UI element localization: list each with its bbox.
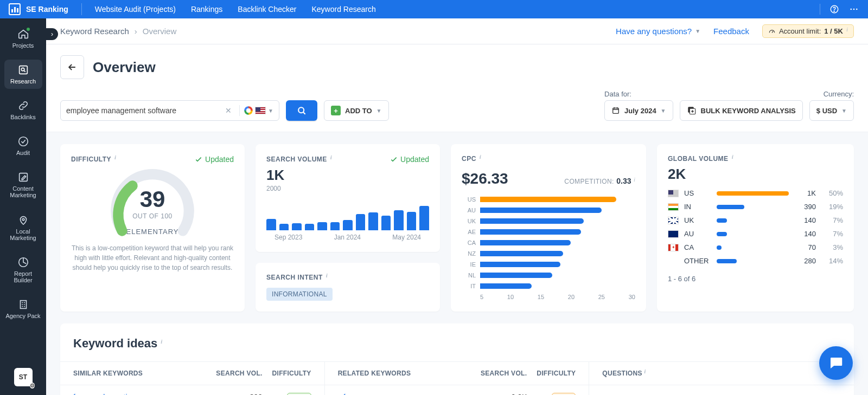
chat-icon: [828, 355, 844, 371]
global-volume-row: AU1407%: [668, 230, 843, 238]
page-title: Overview: [93, 59, 156, 76]
cpc-value: $26.33: [462, 170, 508, 187]
difficulty-score: 39: [109, 186, 196, 212]
sidebar-item-agency[interactable]: Agency Pack: [4, 294, 42, 323]
chevron-down-icon: ▼: [376, 108, 382, 114]
global-volume-row: UK1407%: [668, 216, 843, 224]
add-to-button[interactable]: + ADD TO ▼: [324, 100, 389, 121]
sidebar-item-projects[interactable]: Projects: [4, 24, 42, 53]
help-icon[interactable]: [829, 4, 840, 15]
sidebar-item-report[interactable]: Report Builder: [4, 252, 42, 288]
pin-icon: [17, 214, 29, 226]
sidebar-item-content[interactable]: Content Marketing: [4, 167, 42, 203]
currency-label: Currency:: [809, 90, 854, 98]
similar-keyword-row: free employee time managem... 390 26: [60, 385, 324, 395]
info-icon[interactable]: i: [330, 154, 333, 160]
calendar-icon: [611, 106, 620, 115]
research-icon: [17, 64, 29, 76]
keyword-link[interactable]: free employee time managem...: [73, 393, 203, 395]
building-icon: [17, 299, 29, 310]
nav-backlink-checker[interactable]: Backlink Checker: [238, 5, 296, 14]
info-icon[interactable]: i: [326, 272, 328, 279]
chat-button[interactable]: [819, 346, 853, 380]
keyword-input[interactable]: [66, 106, 222, 115]
sidebar-item-backlinks[interactable]: Backlinks: [4, 95, 42, 125]
updated-badge: Updated: [194, 155, 234, 164]
check-icon: [194, 155, 203, 164]
nav-keyword-research[interactable]: Keyword Research: [311, 5, 375, 14]
keyword-search[interactable]: ✕ ▼: [60, 100, 279, 121]
svg-point-12: [298, 107, 304, 113]
flag-in-icon: [668, 203, 679, 211]
info-icon[interactable]: i: [161, 338, 162, 345]
sidebar-item-local[interactable]: Local Marketing: [4, 210, 42, 245]
flag-us-icon: [668, 190, 679, 197]
svg-rect-11: [20, 301, 26, 309]
link-icon: [17, 100, 29, 112]
difficulty-pill: 26: [287, 393, 311, 395]
info-icon[interactable]: i: [114, 154, 117, 160]
more-icon[interactable]: [848, 4, 859, 15]
info-icon[interactable]: i: [644, 368, 646, 374]
currency-select[interactable]: $ USD ▼: [809, 100, 854, 121]
flag-ca-icon: [668, 244, 679, 251]
keyword-ideas-card: Keyword ideasi SIMILAR KEYWORDS SEARCH V…: [60, 323, 854, 395]
chevron-down-icon: ▼: [268, 108, 273, 114]
chevron-right-icon: ›: [135, 27, 137, 36]
svg-rect-13: [613, 108, 619, 113]
brand[interactable]: SE Ranking: [9, 3, 82, 15]
info-icon[interactable]: i: [480, 153, 482, 160]
account-limit-badge[interactable]: Account limit: 1 / 5K i: [762, 24, 854, 38]
chevron-down-icon: ▼: [661, 108, 666, 114]
have-questions-link[interactable]: Have any questions? ▼: [616, 27, 700, 36]
feedback-link[interactable]: Feedback: [713, 27, 749, 36]
search-icon: [296, 105, 307, 116]
flag-us-icon: [255, 107, 266, 114]
difficulty-gauge: 39 OUT OF 100: [109, 166, 196, 220]
brand-text: SE Ranking: [26, 5, 68, 14]
gauge-icon: [768, 28, 776, 35]
volume-value: 1K: [266, 167, 429, 184]
engine-select[interactable]: ▼: [244, 106, 273, 115]
report-icon: [17, 256, 29, 268]
svg-point-6: [21, 68, 24, 70]
global-volume-row: OTHER28014%: [668, 257, 843, 265]
global-volume-row: CA703%: [668, 243, 843, 251]
search-volume-card: SEARCH VOLUMEi Updated 1K 2000 Sep 2023 …: [256, 144, 440, 252]
edit-icon: [17, 171, 29, 183]
breadcrumb-current: Overview: [143, 27, 177, 36]
svg-rect-5: [19, 66, 27, 74]
back-button[interactable]: [60, 55, 84, 79]
clear-icon[interactable]: ✕: [222, 106, 235, 115]
svg-point-1: [834, 11, 834, 11]
difficulty-card: DIFFICULTYi Updated 39 OUT: [60, 144, 245, 312]
svg-point-7: [18, 137, 28, 146]
svg-point-2: [850, 9, 852, 10]
bulk-analysis-button[interactable]: BULK KEYWORD ANALYSIS: [680, 100, 803, 121]
nav-website-audit[interactable]: Website Audit (Projects): [95, 5, 176, 14]
search-intent-card: SEARCH INTENTi INFORMATIONAL: [256, 263, 440, 312]
intent-chip: INFORMATIONAL: [266, 288, 333, 301]
svg-point-9: [22, 218, 24, 221]
topnav: Website Audit (Projects) Rankings Backli…: [95, 5, 376, 14]
search-button[interactable]: [286, 100, 317, 121]
sidebar-expand-toggle[interactable]: ›: [46, 28, 58, 40]
user-avatar[interactable]: ST: [14, 368, 33, 386]
svg-point-3: [853, 9, 855, 10]
sidebar-item-research[interactable]: Research: [4, 60, 42, 89]
google-icon: [244, 106, 253, 115]
plus-square-icon: +: [331, 106, 341, 115]
keyword-link[interactable]: wfm: [338, 393, 468, 395]
info-icon[interactable]: i: [634, 176, 635, 183]
global-volume-list: US1K50%IN39019%UK1407%AU1407%CA703%OTHER…: [668, 189, 843, 265]
info-icon[interactable]: i: [732, 153, 734, 160]
sidebar-item-audit[interactable]: Audit: [4, 131, 42, 160]
flag-au-icon: [668, 230, 679, 238]
date-select[interactable]: July 2024 ▼: [604, 100, 673, 121]
brand-icon: [9, 3, 21, 15]
volume-chart: [266, 198, 429, 230]
breadcrumb-parent[interactable]: Keyword Research: [60, 27, 129, 36]
home-icon: [17, 28, 29, 40]
nav-rankings[interactable]: Rankings: [191, 5, 222, 14]
global-volume-row: IN39019%: [668, 203, 843, 211]
